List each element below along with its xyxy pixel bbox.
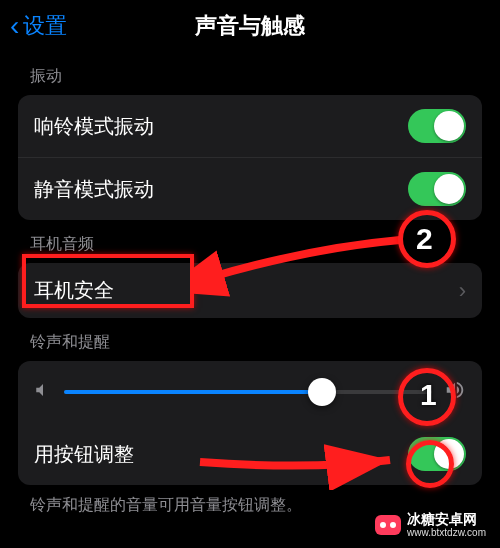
volume-slider[interactable] bbox=[64, 390, 432, 394]
watermark-logo-icon bbox=[375, 515, 401, 535]
row-label: 用按钮调整 bbox=[34, 441, 134, 468]
row-headphone-safety[interactable]: 耳机安全 › bbox=[18, 263, 482, 318]
switch-change-with-buttons[interactable] bbox=[408, 437, 466, 471]
watermark: 冰糖安卓网 www.btxtdzw.com bbox=[367, 507, 494, 542]
row-vibrate-on-ring[interactable]: 响铃模式振动 bbox=[18, 95, 482, 157]
volume-high-icon bbox=[444, 379, 466, 405]
section-header-headphone: 耳机音频 bbox=[0, 220, 500, 263]
back-label: 设置 bbox=[23, 11, 67, 41]
section-header-vibration: 振动 bbox=[0, 52, 500, 95]
chevron-left-icon: ‹ bbox=[10, 12, 19, 40]
volume-low-icon bbox=[34, 381, 52, 403]
row-volume-slider[interactable] bbox=[18, 361, 482, 423]
row-change-with-buttons[interactable]: 用按钮调整 bbox=[18, 423, 482, 485]
row-label: 耳机安全 bbox=[34, 277, 114, 304]
row-label: 响铃模式振动 bbox=[34, 113, 154, 140]
back-button[interactable]: ‹ 设置 bbox=[10, 11, 67, 41]
page-title: 声音与触感 bbox=[0, 11, 500, 41]
section-header-ringer: 铃声和提醒 bbox=[0, 318, 500, 361]
switch-vibrate-on-ring[interactable] bbox=[408, 109, 466, 143]
switch-vibrate-on-silent[interactable] bbox=[408, 172, 466, 206]
row-vibrate-on-silent[interactable]: 静音模式振动 bbox=[18, 157, 482, 220]
nav-bar: ‹ 设置 声音与触感 bbox=[0, 0, 500, 52]
group-headphone: 耳机安全 › bbox=[18, 263, 482, 318]
group-ringer: 用按钮调整 bbox=[18, 361, 482, 485]
chevron-right-icon: › bbox=[459, 278, 466, 304]
row-label: 静音模式振动 bbox=[34, 176, 154, 203]
watermark-url: www.btxtdzw.com bbox=[407, 527, 486, 538]
group-vibration: 响铃模式振动 静音模式振动 bbox=[18, 95, 482, 220]
slider-thumb[interactable] bbox=[308, 378, 336, 406]
